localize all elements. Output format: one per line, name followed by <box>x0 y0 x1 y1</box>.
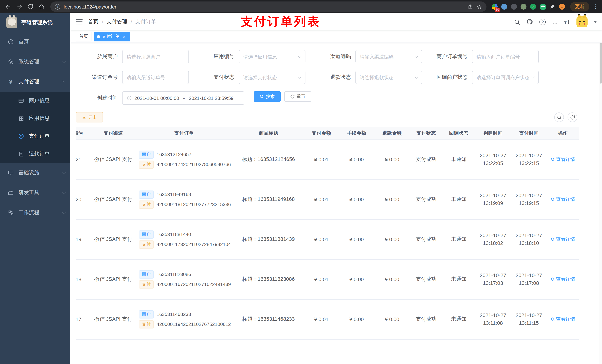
pay-status-input[interactable] <box>243 74 301 80</box>
col-actions: 操作 <box>547 127 579 139</box>
view-detail-link[interactable]: 查看详情 <box>550 316 575 322</box>
tab-pay-order[interactable]: 支付订单 × <box>94 32 130 41</box>
site-info-icon[interactable]: i <box>55 4 60 10</box>
merchant-order-input-box[interactable] <box>472 50 539 63</box>
pin-extension-icon[interactable] <box>548 2 557 11</box>
refund-status-select[interactable] <box>355 71 422 84</box>
bookmark-star-icon[interactable] <box>476 4 482 10</box>
pay-status-select[interactable] <box>239 71 305 84</box>
cell-channel <box>91 339 135 353</box>
app-title: 芋道管理系统 <box>22 19 53 26</box>
github-icon[interactable] <box>527 19 533 25</box>
cell-notify: 未通知 <box>442 259 475 299</box>
notify-status-select[interactable] <box>472 71 539 84</box>
cell-amount: ¥ 0.01 <box>304 179 339 219</box>
cell-fee: ¥ 0.00 <box>339 139 374 179</box>
share-icon[interactable] <box>468 4 473 10</box>
merchant-select[interactable] <box>122 50 189 63</box>
date-separator: - <box>182 95 186 101</box>
cell-refund: ¥ 0.00 <box>374 259 410 299</box>
refund-status-input[interactable] <box>360 74 418 80</box>
sidebar-item-dev-tools[interactable]: 研发工具 <box>0 183 70 203</box>
browser-update-button[interactable]: 更新 <box>570 2 589 11</box>
app-select[interactable] <box>239 50 305 63</box>
tab-home[interactable]: 首页 <box>76 32 91 41</box>
avatar-caret-icon[interactable] <box>594 21 597 24</box>
notify-status-input[interactable] <box>476 74 534 80</box>
sidebar-logo[interactable]: 芋道管理系统 <box>0 13 70 32</box>
sidebar-item-infrastructure[interactable]: 基础设施 <box>0 163 70 183</box>
sidebar-item-refund-order[interactable]: 退款订单 <box>0 145 70 163</box>
view-detail-link[interactable]: 查看详情 <box>550 156 575 163</box>
toolbar-icons <box>554 113 577 122</box>
breadcrumb-home[interactable]: 首页 <box>88 19 98 25</box>
date-range-picker[interactable]: 2021-10-01 00:00:00 - 2021-10-31 23:59:5… <box>122 91 244 105</box>
sidebar-item-workflow[interactable]: 工作流程 <box>0 203 70 223</box>
search-icon[interactable] <box>514 19 520 25</box>
user-avatar[interactable] <box>576 16 588 27</box>
sidebar-item-system[interactable]: 系统管理 <box>0 52 70 72</box>
sidebar-item-pay-order[interactable]: 支付订单 <box>0 127 70 145</box>
sidebar-item-payment[interactable]: ¥ 支付管理 <box>0 72 70 92</box>
profile-avatar-icon[interactable] <box>558 2 567 11</box>
export-button[interactable]: 导出 <box>76 112 103 123</box>
back-icon[interactable] <box>3 1 13 12</box>
search-toggle-icon[interactable] <box>554 113 564 122</box>
view-detail-link[interactable]: 查看详情 <box>550 236 575 243</box>
breadcrumb-payment[interactable]: 支付管理 <box>107 19 127 25</box>
channel-order-input-box[interactable] <box>122 71 189 84</box>
cell-fee: ¥ 0.00 <box>339 259 374 299</box>
channel-order-input[interactable] <box>127 74 184 80</box>
app-input[interactable] <box>243 54 301 59</box>
cell-status: 支付成功 <box>410 259 442 299</box>
home-icon[interactable] <box>36 1 47 12</box>
extension-icon-2[interactable] <box>500 2 509 11</box>
sidebar-item-merchant-info[interactable]: 商户信息 <box>0 92 70 110</box>
scrollbar[interactable] <box>599 13 602 364</box>
fullscreen-icon[interactable] <box>552 19 558 25</box>
search-button[interactable]: 搜索 <box>254 91 281 102</box>
cell-notify: 未通知 <box>442 139 475 179</box>
cell-amount <box>304 339 339 353</box>
extension-icon-5[interactable]: ✓ <box>529 2 538 11</box>
cell-actions: 查看详情 <box>547 259 579 299</box>
view-detail-link[interactable]: 查看详情 <box>550 276 575 283</box>
view-detail-link[interactable]: 查看详情 <box>550 196 575 203</box>
merchant-input[interactable] <box>127 54 184 59</box>
cell-status: 支付成功 <box>410 299 442 339</box>
filter-row-1: 所属商户 应用编号 渠道编码 <box>76 50 596 63</box>
filter-merchant-order-no: 商户订单编号 <box>426 50 539 63</box>
table-row: 17 微信 JSAPI 支付 商户 1635311468233 支付 42000… <box>76 299 579 339</box>
reset-button[interactable]: 重置 <box>284 91 311 102</box>
filter-row-2: 渠道订单号 支付状态 退款状态 <box>76 71 596 84</box>
cell-title: 标题：1635311468233 <box>233 299 304 339</box>
navbar: 首页 / 支付管理 / 支付订单 支付订单列表 ? <box>70 13 602 30</box>
extension-icon-6[interactable] <box>538 2 547 11</box>
extension-icon-3[interactable] <box>509 2 518 11</box>
cell-status: 支付成功 <box>410 139 442 179</box>
extension-icon-4[interactable] <box>519 2 528 11</box>
font-size-icon[interactable]: TT <box>564 19 570 25</box>
cell-actions: 查看详情 <box>547 339 579 353</box>
cell-create-time: 2021-10-27 13:19:09 <box>475 179 511 219</box>
refresh-icon[interactable] <box>568 113 577 122</box>
cell-create-time: 2021-10-27 13:18:02 <box>475 219 511 259</box>
browser-menu-icon[interactable]: ⋮ <box>592 3 599 10</box>
extension-icon-1[interactable]: 10 <box>490 2 499 11</box>
forward-icon[interactable] <box>14 1 24 12</box>
merchant-order-input[interactable] <box>476 54 534 59</box>
cell-amount: ¥ 0.01 <box>304 259 339 299</box>
address-bar[interactable]: i localhost:1024/pay/order <box>50 1 486 12</box>
channel-code-input[interactable] <box>360 54 418 59</box>
reload-icon[interactable] <box>25 1 35 12</box>
sidebar-item-app-info[interactable]: 应用信息 <box>0 110 70 127</box>
cell-pay-order: 商户 1635311468233 支付 42000011942021102767… <box>135 299 233 339</box>
target-icon <box>18 133 24 139</box>
tab-close-icon[interactable]: × <box>121 34 127 39</box>
help-icon[interactable]: ? <box>539 19 546 25</box>
channel-code-select[interactable] <box>355 50 422 63</box>
sidebar-item-home[interactable]: 首页 <box>0 32 70 52</box>
cell-id: 16 <box>76 339 91 353</box>
cell-actions: 查看详情 <box>547 299 579 339</box>
hamburger-icon[interactable] <box>70 13 88 30</box>
